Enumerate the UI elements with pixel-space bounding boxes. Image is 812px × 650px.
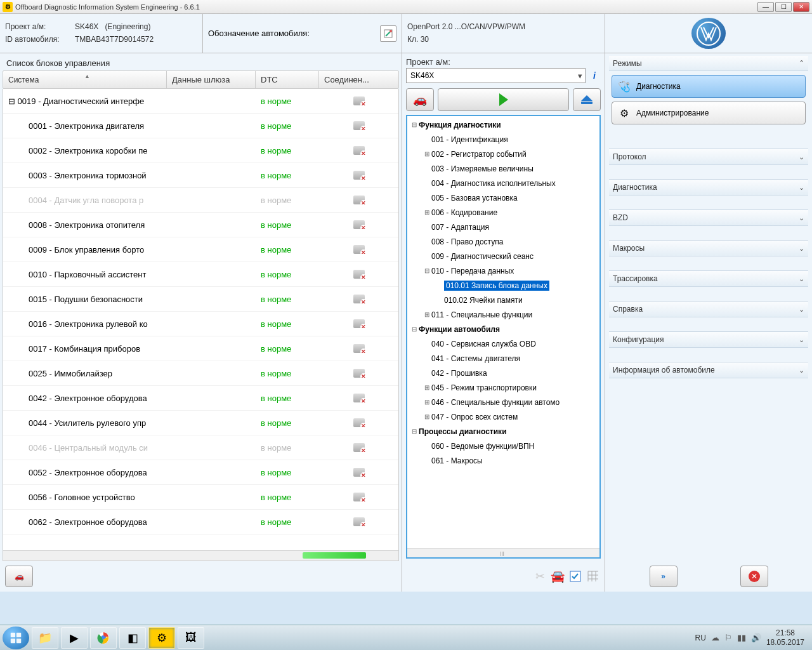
table-row[interactable]: 0003 - Электроника тормознойв норме — [3, 163, 398, 188]
footer-car-button[interactable]: 🚗 — [5, 566, 33, 587]
tray-network-icon[interactable]: ▮▮ — [737, 633, 746, 642]
car-grey-icon[interactable]: 🚘 — [550, 569, 565, 584]
table-row[interactable]: 0001 - Электроника двигателяв норме — [3, 114, 398, 138]
tree-item[interactable]: ⊟Функция диагностики — [407, 117, 599, 132]
table-row[interactable]: 0002 - Электроника коробки пев норме — [3, 138, 398, 163]
expander-icon[interactable]: ⊞ — [422, 150, 431, 157]
tray-sound-icon[interactable]: 🔊 — [751, 633, 761, 642]
connection-fail-icon — [353, 171, 365, 180]
grid-icon[interactable] — [586, 569, 601, 584]
taskbar-gallery[interactable]: 🖼 — [178, 627, 204, 649]
expander-icon[interactable]: ⊞ — [422, 413, 431, 420]
mode-diagnostics-button[interactable]: 🩺Диагностика — [612, 75, 806, 98]
tree-hscrollbar[interactable]: ||| — [407, 548, 599, 557]
checklist-icon[interactable] — [568, 569, 583, 584]
col-system[interactable]: Система▲ — [3, 71, 167, 88]
cut-icon[interactable]: ✂ — [532, 569, 547, 584]
section-trace[interactable]: Трассировка⌄ — [609, 270, 808, 287]
table-row[interactable]: 0042 - Электронное оборудовав норме — [3, 386, 398, 411]
expander-icon[interactable]: ⊞ — [422, 399, 431, 406]
col-connection[interactable]: Соединен... — [319, 71, 398, 88]
tree-item[interactable]: 060 - Ведомые функции/ВПН — [407, 439, 599, 453]
table-scrollbar[interactable] — [3, 550, 398, 560]
tree-item[interactable]: 010.02 Ячейки памяти — [407, 293, 599, 307]
tray-cloud-icon[interactable]: ☁ — [711, 633, 719, 642]
info-button[interactable]: i — [588, 69, 601, 82]
section-macros[interactable]: Макросы⌄ — [609, 240, 808, 256]
tree-item[interactable]: ⊞006 - Кодирование — [407, 205, 599, 220]
tree-item[interactable]: ⊞047 - Опрос всех систем — [407, 409, 599, 424]
table-row[interactable]: 0009 - Блок управления бортов норме — [3, 237, 398, 262]
close-button[interactable]: ✕ — [793, 2, 809, 12]
tree-item[interactable]: ⊞011 - Специальные функции — [407, 307, 599, 322]
tree-item[interactable]: 004 - Диагностика исполнительных — [407, 176, 599, 190]
run-button[interactable] — [438, 88, 569, 111]
tree-item[interactable]: 001 - Идентификация — [407, 132, 599, 147]
project-select[interactable]: SK46X — [406, 68, 586, 83]
tree-item[interactable]: ⊟Функции автомобиля — [407, 322, 599, 336]
table-row[interactable]: 0056 - Головное устройствов норме — [3, 485, 398, 510]
expander-icon[interactable]: ⊟ — [410, 326, 419, 333]
section-vehicle-info[interactable]: Информация об автомобиле⌄ — [609, 362, 808, 378]
tree-item[interactable]: 007 - Адаптация — [407, 220, 599, 234]
tray-flag-icon[interactable]: ⚐ — [724, 633, 732, 642]
section-protocol[interactable]: Протокол⌄ — [609, 149, 808, 165]
table-row[interactable]: 0044 - Усилитель рулевого упрв норме — [3, 411, 398, 435]
taskbar-odis-app[interactable]: ⚙ — [148, 627, 175, 649]
forward-button[interactable]: » — [650, 566, 678, 587]
tree-item[interactable]: ⊟Процессы диагностики — [407, 424, 599, 439]
edit-vehicle-button[interactable] — [380, 25, 396, 42]
table-row[interactable]: 0015 - Подушки безопасностив норме — [3, 287, 398, 312]
tree-item[interactable]: ⊞046 - Специальные функции автомо — [407, 395, 599, 409]
vehicle-button[interactable]: 🚗 — [406, 88, 434, 111]
table-row[interactable]: ⊟ 0019 - Диагностический интерфев норме — [3, 89, 398, 114]
taskbar-item-5[interactable]: ◧ — [119, 627, 146, 649]
tree-item[interactable]: 009 - Диагностический сеанс — [407, 249, 599, 263]
col-dtc[interactable]: DTC — [256, 71, 319, 88]
expander-icon[interactable]: ⊟ — [410, 121, 419, 128]
tree-item[interactable]: 010.01 Запись блока данных — [407, 278, 599, 293]
modes-header[interactable]: Режимы⌃ — [609, 56, 808, 71]
minimize-button[interactable]: — — [757, 2, 774, 12]
taskbar-chrome[interactable] — [90, 627, 117, 649]
section-config[interactable]: Конфигурация⌄ — [609, 331, 808, 348]
maximize-button[interactable]: ☐ — [775, 2, 792, 12]
table-row[interactable]: 0008 - Электроника отопителяв норме — [3, 213, 398, 237]
tree-item[interactable]: ⊞045 - Режим транспортировки — [407, 380, 599, 395]
section-diagnostics[interactable]: Диагностика⌄ — [609, 179, 808, 196]
expander-icon[interactable]: ⊟ — [410, 428, 419, 435]
expander-icon[interactable]: ⊟ — [422, 267, 431, 274]
tree-item[interactable]: 041 - Системы двигателя — [407, 351, 599, 366]
tray-language[interactable]: RU — [695, 633, 706, 642]
taskbar-media[interactable]: ▶ — [61, 627, 88, 649]
mode-admin-button[interactable]: ⚙Администрирование — [612, 102, 806, 124]
tree-item[interactable]: 061 - Макросы — [407, 453, 599, 468]
tray-clock[interactable]: 21:5818.05.2017 — [766, 628, 804, 647]
tree-item[interactable]: 042 - Прошивка — [407, 366, 599, 380]
cancel-button[interactable]: ✕ — [740, 566, 768, 587]
table-row[interactable]: 0046 - Центральный модуль сив норме — [3, 435, 398, 460]
tree-item[interactable]: ⊟010 - Передача данных — [407, 263, 599, 278]
table-row[interactable]: 0017 - Комбинация приборовв норме — [3, 336, 398, 361]
expander-icon[interactable]: ⊞ — [422, 384, 431, 391]
table-row[interactable]: 0004 - Датчик угла поворота рв норме — [3, 188, 398, 213]
tree-item[interactable]: 008 - Право доступа — [407, 234, 599, 249]
tree-item[interactable]: 003 - Измеряемые величины — [407, 161, 599, 176]
expander-icon[interactable]: ⊞ — [422, 311, 431, 318]
section-bzd[interactable]: BZD⌄ — [609, 209, 808, 226]
section-help[interactable]: Справка⌄ — [609, 301, 808, 317]
tree-item[interactable]: ⊞002 - Регистратор событий — [407, 147, 599, 161]
taskbar-explorer[interactable]: 📁 — [32, 627, 58, 649]
app-icon: ⚙ — [3, 2, 13, 12]
expander-icon[interactable]: ⊞ — [422, 209, 431, 216]
col-gateway[interactable]: Данные шлюза — [167, 71, 256, 88]
table-row[interactable]: 0025 - Иммобилайзерв норме — [3, 361, 398, 386]
eject-button[interactable] — [573, 88, 601, 111]
start-button[interactable] — [3, 627, 29, 649]
table-row[interactable]: 0016 - Электроника рулевой ков норме — [3, 312, 398, 336]
table-row[interactable]: 0062 - Электронное оборудовав норме — [3, 510, 398, 534]
tree-item[interactable]: 040 - Сервисная служба OBD — [407, 336, 599, 351]
tree-item[interactable]: 005 - Базовая установка — [407, 190, 599, 205]
table-row[interactable]: 0052 - Электронное оборудовав норме — [3, 460, 398, 485]
table-row[interactable]: 0010 - Парковочный ассистентв норме — [3, 262, 398, 287]
